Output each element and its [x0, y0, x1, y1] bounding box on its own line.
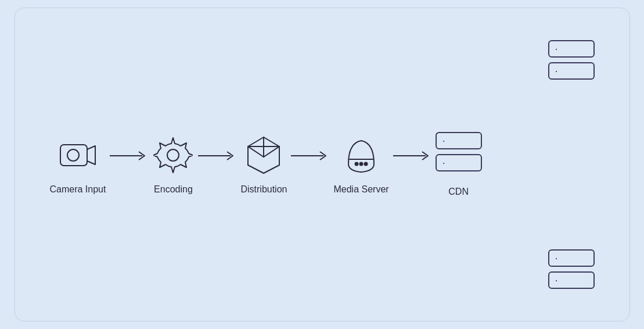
cdn-node-top-1 [548, 40, 595, 58]
box-icon [243, 134, 285, 176]
diagram-container: Camera Input Encoding [15, 8, 630, 321]
arrow-1 [106, 149, 152, 180]
cdn-node-mid-1 [436, 132, 482, 149]
arrow-2 [194, 149, 240, 180]
cdn-main-node: CDN [436, 132, 482, 197]
distribution-label: Distribution [240, 184, 287, 195]
svg-point-11 [355, 163, 358, 166]
node-distribution: Distribution [240, 134, 287, 195]
cdn-label: CDN [448, 187, 469, 197]
gear-icon [152, 134, 194, 176]
arrow-3 [287, 149, 333, 180]
cdn-node-bot-2 [548, 271, 595, 289]
svg-point-1 [67, 149, 79, 161]
cdn-group-bottom [548, 249, 595, 289]
svg-point-3 [167, 149, 179, 161]
media-server-label: Media Server [333, 184, 388, 195]
svg-point-13 [365, 163, 368, 166]
svg-point-12 [360, 163, 363, 166]
cdn-node-top-2 [548, 62, 595, 80]
node-camera: Camera Input [50, 134, 106, 195]
cdn-node-mid-2 [436, 154, 482, 171]
svg-line-8 [264, 146, 279, 157]
arrow-4 [389, 149, 436, 180]
camera-icon [57, 134, 99, 176]
encoding-label: Encoding [154, 184, 193, 195]
cdn-group-top [548, 40, 595, 80]
cdn-mid-group [436, 132, 482, 171]
svg-rect-0 [60, 145, 87, 166]
flow-row: Camera Input Encoding [50, 132, 482, 197]
camera-label: Camera Input [50, 184, 106, 195]
cdn-node-bot-1 [548, 249, 595, 267]
svg-line-7 [248, 146, 264, 157]
server-icon [340, 134, 382, 176]
node-encoding: Encoding [152, 134, 194, 195]
node-media-server: Media Server [333, 134, 388, 195]
